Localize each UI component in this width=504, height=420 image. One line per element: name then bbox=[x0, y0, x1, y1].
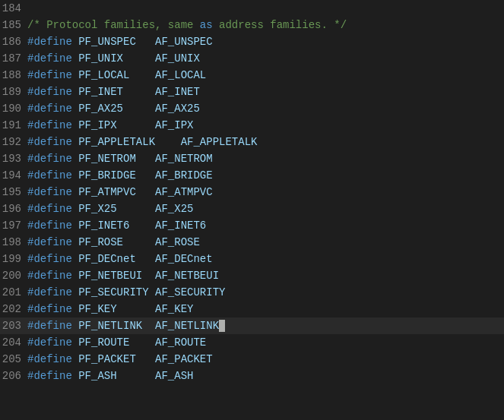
line-content: #define PF_UNIX AF_UNIX bbox=[27, 50, 504, 67]
line-content: #define PF_PACKET AF_PACKET bbox=[27, 351, 504, 368]
code-line: 201#define PF_SECURITY AF_SECURITY bbox=[0, 284, 504, 301]
line-number: 184 bbox=[0, 0, 27, 17]
code-line: 185/* Protocol families, same as address… bbox=[0, 17, 504, 33]
code-viewer: 184185/* Protocol families, same as addr… bbox=[0, 0, 504, 420]
define-value: AF_UNIX bbox=[149, 52, 200, 65]
line-number: 188 bbox=[0, 67, 27, 84]
line-number: 202 bbox=[0, 301, 27, 317]
define-name: PF_INET bbox=[72, 86, 149, 98]
define-name: PF_BRIDGE bbox=[72, 169, 149, 182]
define-name: PF_UNSPEC bbox=[72, 36, 149, 48]
line-number: 186 bbox=[0, 33, 27, 50]
line-content: #define PF_ROSE AF_ROSE bbox=[27, 234, 504, 251]
code-line: 205#define PF_PACKET AF_PACKET bbox=[0, 351, 504, 368]
define-value: AF_PACKET bbox=[149, 353, 213, 365]
line-number: 187 bbox=[0, 50, 27, 67]
define-name: PF_NETBEUI bbox=[72, 270, 149, 282]
define-name: PF_PACKET bbox=[72, 353, 149, 365]
keyword-define: #define bbox=[27, 336, 72, 349]
define-name: PF_APPLETALK bbox=[72, 136, 174, 148]
line-content: #define PF_X25 AF_X25 bbox=[27, 201, 504, 217]
comment-text: /* Protocol families, same bbox=[27, 19, 200, 31]
keyword-define: #define bbox=[27, 52, 72, 65]
keyword-define: #define bbox=[27, 136, 72, 148]
keyword-define: #define bbox=[27, 370, 72, 382]
code-line: 198#define PF_ROSE AF_ROSE bbox=[0, 234, 504, 251]
define-value: AF_ATMPVC bbox=[149, 186, 213, 198]
define-value: AF_AX25 bbox=[149, 103, 200, 115]
code-line: 184 bbox=[0, 0, 504, 17]
define-value: AF_ROSE bbox=[149, 236, 200, 248]
keyword-define: #define bbox=[27, 286, 72, 298]
code-line: 189#define PF_INET AF_INET bbox=[0, 84, 504, 100]
code-line: 203#define PF_NETLINK AF_NETLINK bbox=[0, 317, 504, 334]
define-value: AF_DECnet bbox=[149, 253, 213, 265]
code-line: 197#define PF_INET6 AF_INET6 bbox=[0, 217, 504, 234]
line-number: 199 bbox=[0, 251, 27, 267]
code-line: 196#define PF_X25 AF_X25 bbox=[0, 201, 504, 217]
line-number: 204 bbox=[0, 334, 27, 351]
line-content: #define PF_AX25 AF_AX25 bbox=[27, 100, 504, 117]
line-content: #define PF_INET AF_INET bbox=[27, 84, 504, 100]
define-value: AF_ROUTE bbox=[149, 336, 207, 349]
define-name: PF_SECURITY bbox=[72, 286, 149, 298]
define-name: PF_X25 bbox=[72, 203, 149, 215]
line-number: 198 bbox=[0, 234, 27, 251]
line-number: 195 bbox=[0, 184, 27, 201]
define-value: AF_NETBEUI bbox=[149, 270, 219, 282]
define-name: PF_IPX bbox=[72, 119, 149, 131]
keyword-define: #define bbox=[27, 186, 72, 198]
line-number: 185 bbox=[0, 17, 27, 33]
keyword-as: as bbox=[200, 19, 213, 31]
text-cursor bbox=[219, 320, 225, 332]
define-name: PF_LOCAL bbox=[72, 69, 149, 81]
code-line: 194#define PF_BRIDGE AF_BRIDGE bbox=[0, 167, 504, 184]
keyword-define: #define bbox=[27, 69, 72, 81]
keyword-define: #define bbox=[27, 320, 72, 332]
line-number: 192 bbox=[0, 134, 27, 150]
code-line: 195#define PF_ATMPVC AF_ATMPVC bbox=[0, 184, 504, 201]
keyword-define: #define bbox=[27, 153, 72, 165]
keyword-define: #define bbox=[27, 236, 72, 248]
define-name: PF_ASH bbox=[72, 370, 149, 382]
line-content: #define PF_IPX AF_IPX bbox=[27, 117, 504, 134]
keyword-define: #define bbox=[27, 36, 72, 48]
line-content: #define PF_NETLINK AF_NETLINK bbox=[27, 317, 504, 334]
line-number: 201 bbox=[0, 284, 27, 301]
line-number: 193 bbox=[0, 150, 27, 167]
define-name: PF_ROSE bbox=[72, 236, 149, 248]
code-line: 187#define PF_UNIX AF_UNIX bbox=[0, 50, 504, 67]
define-name: PF_NETROM bbox=[72, 153, 149, 165]
line-number: 205 bbox=[0, 351, 27, 368]
define-value: AF_LOCAL bbox=[149, 69, 207, 81]
comment-text: address families. */ bbox=[213, 19, 347, 31]
define-name: PF_ATMPVC bbox=[72, 186, 149, 198]
keyword-define: #define bbox=[27, 169, 72, 182]
line-content: #define PF_DECnet AF_DECnet bbox=[27, 251, 504, 267]
define-value: AF_INET bbox=[149, 86, 200, 98]
line-number: 189 bbox=[0, 84, 27, 100]
keyword-define: #define bbox=[27, 270, 72, 282]
define-value: AF_BRIDGE bbox=[149, 169, 213, 182]
code-line: 186#define PF_UNSPEC AF_UNSPEC bbox=[0, 33, 504, 50]
define-value: AF_KEY bbox=[149, 303, 194, 315]
line-content: #define PF_NETBEUI AF_NETBEUI bbox=[27, 267, 504, 284]
define-name: PF_UNIX bbox=[72, 52, 149, 65]
define-value: AF_INET6 bbox=[149, 219, 207, 232]
define-value: AF_NETLINK bbox=[149, 320, 219, 332]
line-content: #define PF_ROUTE AF_ROUTE bbox=[27, 334, 504, 351]
define-name: PF_INET6 bbox=[72, 219, 149, 232]
line-content: #define PF_LOCAL AF_LOCAL bbox=[27, 67, 504, 84]
define-value: AF_APPLETALK bbox=[174, 136, 257, 148]
code-line: 202#define PF_KEY AF_KEY bbox=[0, 301, 504, 317]
code-line: 191#define PF_IPX AF_IPX bbox=[0, 117, 504, 134]
code-line: 193#define PF_NETROM AF_NETROM bbox=[0, 150, 504, 167]
line-number: 197 bbox=[0, 217, 27, 234]
line-number: 203 bbox=[0, 317, 27, 334]
keyword-define: #define bbox=[27, 203, 72, 215]
line-number: 206 bbox=[0, 368, 27, 384]
line-content: #define PF_INET6 AF_INET6 bbox=[27, 217, 504, 234]
line-number: 196 bbox=[0, 201, 27, 217]
keyword-define: #define bbox=[27, 103, 72, 115]
keyword-define: #define bbox=[27, 353, 72, 365]
